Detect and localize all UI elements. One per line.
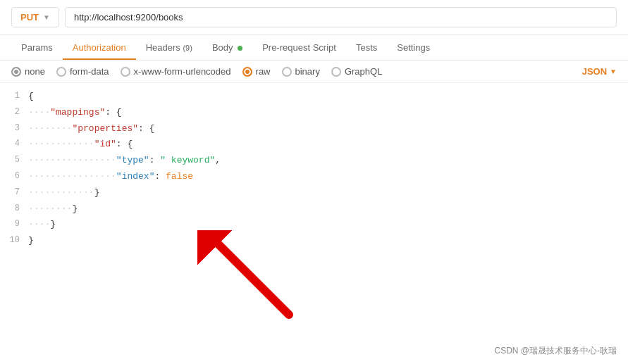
- tab-body[interactable]: Body: [202, 35, 252, 60]
- radio-raw-circle: [242, 67, 252, 77]
- code-line-1: 1 {: [0, 89, 628, 105]
- tab-pre-request[interactable]: Pre-request Script: [252, 35, 346, 60]
- method-select[interactable]: PUT ▼: [11, 7, 59, 27]
- tab-params[interactable]: Params: [11, 35, 63, 60]
- url-input[interactable]: [65, 7, 617, 27]
- radio-binary-label: binary: [295, 66, 320, 77]
- format-chevron-icon: ▼: [610, 68, 617, 75]
- tab-headers[interactable]: Headers (9): [136, 35, 202, 60]
- radio-graphql-circle: [331, 67, 341, 77]
- method-label: PUT: [20, 12, 39, 23]
- code-line-4: 4 ············"id": {: [0, 137, 628, 153]
- radio-binary-circle: [282, 67, 292, 77]
- code-line-8: 8 ········}: [0, 201, 628, 218]
- code-line-3: 3 ········"properties": {: [0, 121, 628, 137]
- format-select[interactable]: JSON ▼: [582, 66, 617, 77]
- format-label: JSON: [582, 66, 607, 77]
- code-line-10: 10 }: [0, 233, 628, 249]
- radio-urlencoded-circle: [121, 67, 130, 77]
- tabs-row: Params Authorization Headers (9) Body Pr…: [0, 35, 628, 61]
- tab-settings[interactable]: Settings: [387, 35, 440, 60]
- radio-form-data-circle: [56, 67, 66, 77]
- url-bar: PUT ▼: [0, 0, 628, 35]
- headers-badge: (9): [183, 44, 192, 52]
- body-type-row: none form-data x-www-form-urlencoded raw…: [0, 61, 628, 83]
- code-line-5: 5 ················"type": " keyword",: [0, 153, 628, 169]
- radio-graphql[interactable]: GraphQL: [331, 66, 382, 77]
- tab-tests[interactable]: Tests: [346, 35, 387, 60]
- radio-none[interactable]: none: [11, 66, 45, 77]
- radio-form-data-label: form-data: [70, 66, 109, 77]
- radio-binary[interactable]: binary: [282, 66, 320, 77]
- radio-none-label: none: [25, 66, 45, 77]
- code-editor[interactable]: 1 { 2 ····"mappings": { 3 ········"prope…: [0, 83, 628, 364]
- radio-urlencoded-label: x-www-form-urlencoded: [134, 66, 231, 77]
- radio-raw[interactable]: raw: [242, 66, 271, 77]
- radio-raw-label: raw: [256, 66, 271, 77]
- radio-urlencoded[interactable]: x-www-form-urlencoded: [121, 66, 231, 77]
- radio-none-circle: [11, 67, 21, 77]
- code-line-6: 6 ················"index": false: [0, 169, 628, 185]
- watermark: CSDN @瑞晟技术服务中心-耿瑞: [494, 345, 617, 357]
- method-chevron-icon: ▼: [43, 13, 50, 21]
- code-line-2: 2 ····"mappings": {: [0, 105, 628, 121]
- radio-form-data[interactable]: form-data: [56, 66, 109, 77]
- body-dot-icon: [238, 46, 242, 51]
- radio-graphql-label: GraphQL: [345, 66, 382, 77]
- code-line-9: 9 ····}: [0, 217, 628, 233]
- tab-authorization[interactable]: Authorization: [63, 35, 136, 60]
- code-line-7: 7 ············}: [0, 185, 628, 201]
